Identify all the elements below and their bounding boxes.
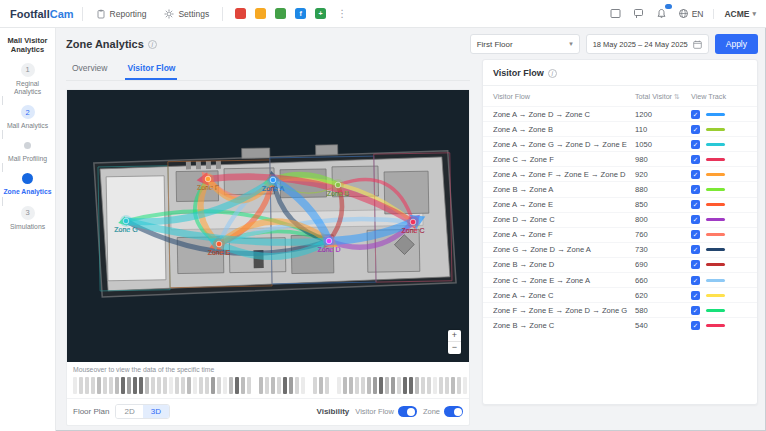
flow-path-label: Zone B → Zone C <box>493 321 635 330</box>
timeline-bar <box>145 377 149 394</box>
visitor-flow-toggle[interactable] <box>398 406 417 417</box>
step-marker <box>24 142 31 149</box>
timeline-bar <box>361 377 365 394</box>
zone-marker-a[interactable] <box>270 177 276 183</box>
flow-path-label: Zone B → Zone D <box>493 260 635 269</box>
floor-plan-canvas[interactable]: Zone AZone BZone CZone DZone EZone FZone… <box>67 90 469 362</box>
sidebar-step-simulations[interactable]: 3Simulations <box>2 206 53 231</box>
flow-path-label: Zone G → Zone D → Zone A <box>493 245 635 254</box>
sidebar-step-mall-profiling[interactable]: Mall Profiling <box>2 139 53 163</box>
timeline-bar <box>259 377 263 394</box>
zone-marker-b[interactable] <box>335 182 341 188</box>
timeline-bar <box>415 377 419 394</box>
sort-icon[interactable]: ⇅ <box>674 93 680 100</box>
track-checkbox[interactable]: ✓ <box>691 155 700 164</box>
table-row: Zone B → Zone A880✓ <box>483 181 757 196</box>
track-color-swatch <box>706 218 725 221</box>
account-menu[interactable]: ACME ▾ <box>713 9 756 19</box>
more-icon[interactable]: ⋮ <box>334 8 350 19</box>
notification-badge <box>665 4 672 9</box>
view-3d-button[interactable]: 3D <box>143 405 169 418</box>
sidebar-step-mall-analytics[interactable]: 2Mall Analytics <box>2 105 53 130</box>
track-checkbox[interactable]: ✓ <box>691 140 700 149</box>
sidebar-step-zone-analytics[interactable]: Zone Analytics <box>2 172 53 196</box>
footfallcam-logo: FootfallCam <box>10 8 74 20</box>
timeline-bar <box>97 377 101 394</box>
zone-marker-c[interactable] <box>410 219 416 225</box>
info-icon[interactable]: i <box>548 69 557 78</box>
view-track-cell: ✓ <box>691 170 749 179</box>
timeline-bar <box>205 377 209 394</box>
total-visitor-value: 920 <box>635 170 691 179</box>
language-selector[interactable]: EN <box>678 8 704 19</box>
zone-marker-g[interactable] <box>123 218 129 224</box>
timeline-bar <box>235 377 239 394</box>
view-track-cell: ✓ <box>691 260 749 269</box>
timeline-bar <box>391 377 395 394</box>
timeline-hint: Mouseover to view the data of the specif… <box>67 362 469 375</box>
track-checkbox[interactable]: ✓ <box>691 215 700 224</box>
track-checkbox[interactable]: ✓ <box>691 125 700 134</box>
table-row: Zone A → Zone F → Zone E → Zone D920✓ <box>483 166 757 181</box>
zone-label: Zone B <box>327 190 350 197</box>
time-density-strip[interactable] <box>67 375 469 394</box>
feedback-flag-icon[interactable] <box>632 7 645 20</box>
app-darkgreen-icon[interactable]: + <box>315 8 326 19</box>
timeline-bar <box>187 377 191 394</box>
col-total-visitor[interactable]: Total Visitor⇅ <box>635 92 691 101</box>
track-checkbox[interactable]: ✓ <box>691 276 700 285</box>
chevron-down-icon: ▾ <box>752 10 756 18</box>
zoom-in-button[interactable]: + <box>448 330 461 342</box>
menu-reporting[interactable]: Reporting <box>91 6 152 22</box>
table-row: Zone A → Zone C620✓ <box>483 287 757 302</box>
zone-marker-e[interactable] <box>216 241 222 247</box>
app-amber-icon[interactable] <box>255 8 266 19</box>
panel-layout-icon[interactable] <box>609 7 622 20</box>
track-checkbox[interactable]: ✓ <box>691 291 700 300</box>
track-checkbox[interactable]: ✓ <box>691 260 700 269</box>
zone-marker-d[interactable] <box>326 238 332 244</box>
track-color-swatch <box>706 143 725 146</box>
tab-visitor-flow[interactable]: Visitor Flow <box>125 59 177 80</box>
timeline-bar <box>73 377 77 394</box>
table-row: Zone G → Zone D → Zone A730✓ <box>483 242 757 257</box>
app-red-icon[interactable] <box>235 8 246 19</box>
sidebar-step-reginal-analytics[interactable]: 1Reginal Analytics <box>2 63 53 96</box>
timeline-bar <box>331 377 335 394</box>
zone-label: Zone F <box>197 184 219 191</box>
timeline-bar <box>79 377 83 394</box>
track-checkbox[interactable]: ✓ <box>691 170 700 179</box>
table-row: Zone A → Zone G → Zone D → Zone E1050✓ <box>483 136 757 151</box>
zone-marker-f[interactable] <box>205 176 211 182</box>
apply-button[interactable]: Apply <box>715 34 758 54</box>
menu-settings-label: Settings <box>178 9 209 19</box>
timeline-bar <box>85 377 89 394</box>
view-2d-button[interactable]: 2D <box>116 405 142 418</box>
floor-select[interactable]: First Floor ▾ <box>470 34 580 54</box>
app-blue-icon[interactable]: f <box>295 8 306 19</box>
tab-overview[interactable]: Overview <box>70 59 109 80</box>
timeline-bar <box>325 377 329 394</box>
tab-bar: OverviewVisitor Flow <box>66 59 470 81</box>
view-mode-segmented: 2D 3D <box>115 404 169 419</box>
notifications-bell-icon[interactable] <box>655 7 668 20</box>
menu-settings[interactable]: Settings <box>159 6 214 22</box>
flow-path-label: Zone F → Zone E → Zone D → Zone G <box>493 306 635 315</box>
info-icon[interactable]: i <box>148 40 157 49</box>
track-checkbox[interactable]: ✓ <box>691 245 700 254</box>
track-checkbox[interactable]: ✓ <box>691 200 700 209</box>
date-range-picker[interactable]: 18 May 2025 – 24 May 2025 <box>586 34 709 54</box>
track-checkbox[interactable]: ✓ <box>691 306 700 315</box>
timeline-bar <box>373 377 377 394</box>
app-green-icon[interactable] <box>275 8 286 19</box>
track-checkbox[interactable]: ✓ <box>691 110 700 119</box>
timeline-bar <box>199 377 203 394</box>
floor-plan-card: Zone AZone BZone CZone DZone EZone FZone… <box>66 89 470 426</box>
track-checkbox[interactable]: ✓ <box>691 321 700 330</box>
table-row: Zone D → Zone C800✓ <box>483 212 757 227</box>
zone-toggle[interactable] <box>444 406 463 417</box>
zoom-out-button[interactable]: − <box>448 342 461 354</box>
timeline-bar <box>253 377 257 394</box>
track-checkbox[interactable]: ✓ <box>691 185 700 194</box>
track-checkbox[interactable]: ✓ <box>691 230 700 239</box>
